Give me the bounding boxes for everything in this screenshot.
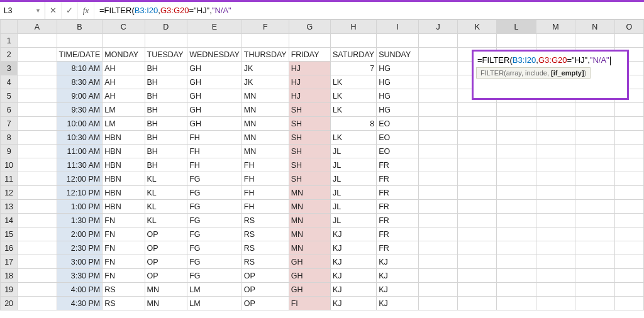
cell-B1[interactable] [57, 34, 103, 48]
cell-B14[interactable]: 1:30 PM [57, 214, 103, 228]
cell-F2[interactable]: THURSDAY [242, 48, 289, 62]
cell-D16[interactable]: OP [145, 241, 187, 255]
cell-G10[interactable]: SH [289, 158, 330, 172]
col-head-O[interactable]: O [614, 20, 643, 34]
cell-D20[interactable]: MN [145, 297, 187, 310]
cell-J10[interactable] [419, 158, 458, 172]
cell-J3[interactable] [419, 62, 458, 75]
cell-F15[interactable]: RS [242, 228, 289, 241]
cell-M6[interactable] [536, 103, 575, 117]
cell-J18[interactable] [419, 269, 458, 283]
cell-I13[interactable]: FR [377, 200, 419, 214]
cell-G18[interactable]: GH [289, 269, 330, 283]
cell-L19[interactable] [497, 283, 536, 297]
cell-B9[interactable]: 11:00 AM [57, 145, 103, 158]
cell-F17[interactable]: RS [242, 255, 289, 269]
cell-H19[interactable]: KJ [330, 283, 376, 297]
cell-H9[interactable]: JL [330, 145, 376, 158]
row-head-6[interactable]: 6 [1, 103, 18, 117]
cell-A14[interactable] [18, 214, 57, 228]
cell-J4[interactable] [419, 75, 458, 89]
cell-G9[interactable]: SH [289, 145, 330, 158]
cell-K10[interactable] [458, 158, 497, 172]
cell-N9[interactable] [575, 145, 614, 158]
cell-F8[interactable]: MN [242, 131, 289, 145]
cell-K17[interactable] [458, 255, 497, 269]
fx-icon[interactable]: fx [78, 2, 94, 19]
cell-J1[interactable] [419, 34, 458, 48]
cell-L6[interactable] [497, 103, 536, 117]
cell-J8[interactable] [419, 131, 458, 145]
cell-L12[interactable] [497, 186, 536, 200]
row-head-12[interactable]: 12 [1, 186, 18, 200]
cell-G19[interactable]: GH [289, 283, 330, 297]
col-head-J[interactable]: J [419, 20, 458, 34]
cell-B12[interactable]: 12:10 PM [57, 186, 103, 200]
cell-N12[interactable] [575, 186, 614, 200]
cell-I5[interactable]: HG [377, 89, 419, 103]
cell-F1[interactable] [242, 34, 289, 48]
cell-K14[interactable] [458, 214, 497, 228]
cell-B13[interactable]: 1:00 PM [57, 200, 103, 214]
row-head-16[interactable]: 16 [1, 241, 18, 255]
cell-G8[interactable]: SH [289, 131, 330, 145]
cell-B18[interactable]: 3:30 PM [57, 269, 103, 283]
cell-N10[interactable] [575, 158, 614, 172]
cell-A17[interactable] [18, 255, 57, 269]
cell-E11[interactable]: FG [187, 172, 242, 186]
cell-N1[interactable] [575, 34, 614, 48]
cell-H1[interactable] [330, 34, 376, 48]
cell-I8[interactable]: EO [377, 131, 419, 145]
cell-D13[interactable]: KL [145, 200, 187, 214]
cell-B17[interactable]: 3:00 PM [57, 255, 103, 269]
cell-K16[interactable] [458, 241, 497, 255]
cell-I6[interactable]: HG [377, 103, 419, 117]
cell-A10[interactable] [18, 158, 57, 172]
cell-D9[interactable]: BH [145, 145, 187, 158]
cell-H4[interactable]: LK [330, 75, 376, 89]
cell-J5[interactable] [419, 89, 458, 103]
cell-A9[interactable] [18, 145, 57, 158]
cell-O16[interactable] [614, 241, 643, 255]
cell-G16[interactable]: MN [289, 241, 330, 255]
cell-H14[interactable]: JL [330, 214, 376, 228]
cell-M17[interactable] [536, 255, 575, 269]
cell-K20[interactable] [458, 297, 497, 310]
col-head-B[interactable]: B [57, 20, 103, 34]
cell-G17[interactable]: GH [289, 255, 330, 269]
cell-B2[interactable]: TIME/DATE [57, 48, 103, 62]
col-head-K[interactable]: K [458, 20, 497, 34]
cell-J15[interactable] [419, 228, 458, 241]
cell-J20[interactable] [419, 297, 458, 310]
cell-C17[interactable]: FN [103, 255, 145, 269]
row-head-18[interactable]: 18 [1, 269, 18, 283]
cell-D10[interactable]: BH [145, 158, 187, 172]
cell-L20[interactable] [497, 297, 536, 310]
cell-C20[interactable]: RS [103, 297, 145, 310]
cell-I12[interactable]: FR [377, 186, 419, 200]
cell-O19[interactable] [614, 283, 643, 297]
cell-F11[interactable]: FH [242, 172, 289, 186]
cell-I19[interactable]: KJ [377, 283, 419, 297]
cell-N6[interactable] [575, 103, 614, 117]
cell-F9[interactable]: MN [242, 145, 289, 158]
cell-F12[interactable]: FH [242, 186, 289, 200]
cell-B10[interactable]: 11:30 AM [57, 158, 103, 172]
cell-J17[interactable] [419, 255, 458, 269]
cell-C12[interactable]: HBN [103, 186, 145, 200]
row-head-17[interactable]: 17 [1, 255, 18, 269]
cell-E3[interactable]: GH [187, 62, 242, 75]
cell-D3[interactable]: BH [145, 62, 187, 75]
cell-L1[interactable] [497, 34, 536, 48]
cell-I18[interactable]: KJ [377, 269, 419, 283]
cell-E19[interactable]: LM [187, 283, 242, 297]
row-head-11[interactable]: 11 [1, 172, 18, 186]
cell-O7[interactable] [614, 117, 643, 131]
cell-H15[interactable]: KJ [330, 228, 376, 241]
cell-A15[interactable] [18, 228, 57, 241]
cell-N19[interactable] [575, 283, 614, 297]
cell-J14[interactable] [419, 214, 458, 228]
cell-F18[interactable]: OP [242, 269, 289, 283]
cell-D11[interactable]: KL [145, 172, 187, 186]
cell-G6[interactable]: SH [289, 103, 330, 117]
